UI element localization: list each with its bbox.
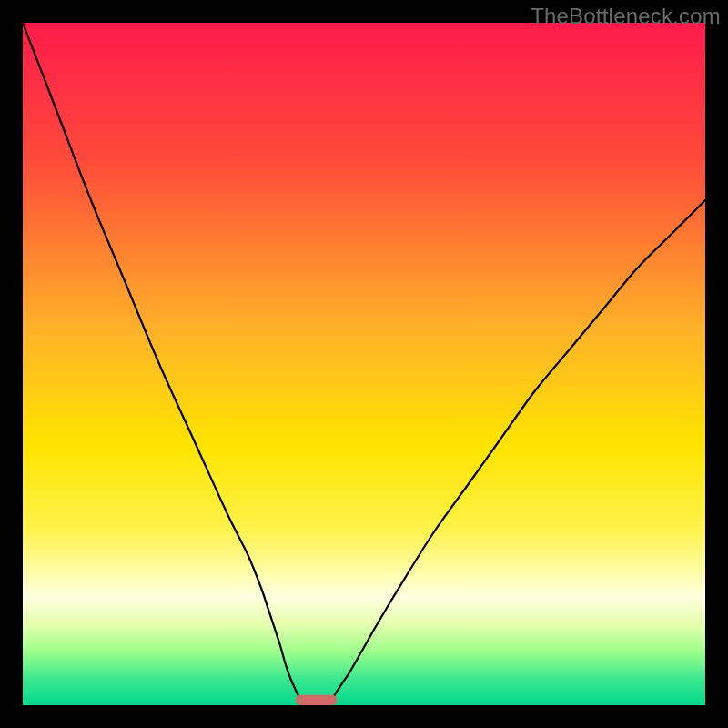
optimal-marker [296,695,337,705]
chart-background [23,23,705,705]
watermark: TheBottleneck.com [531,4,721,29]
chart-frame: TheBottleneck.com [0,0,728,728]
bottleneck-chart [23,23,705,705]
